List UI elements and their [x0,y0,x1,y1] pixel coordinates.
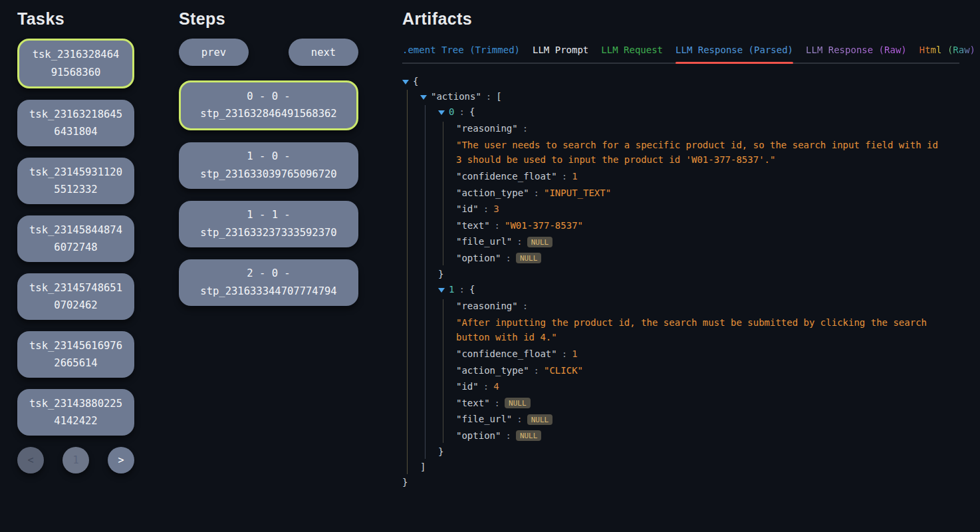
collapse-triangle-icon[interactable] [402,80,409,84]
tree-key: "option" [456,430,501,441]
tree-close-bracket: ] [420,462,426,472]
tree-colon: : [523,123,528,134]
step-button[interactable]: 1 - 0 - stp_231633039765096720 [179,142,358,189]
tree-node-line: "actions":[ [420,90,961,104]
tab-html-raw[interactable]: Html (Raw) [919,45,975,63]
tree-null-badge: NULL [505,398,531,408]
tree-colon: : [517,414,522,424]
task-button[interactable]: tsk_231458448746072748 [17,215,134,262]
tree-close-line: ] [420,460,961,474]
tree-null-badge: NULL [516,430,542,441]
tree-colon: : [483,381,489,392]
tree-colon: : [495,220,500,231]
tree-property-line: "option":NULL [456,251,961,265]
steps-title: Steps [179,9,358,29]
tree-property-line: "id":3 [456,202,961,216]
tree-colon: : [495,398,500,408]
steps-nav-row: prev next [179,39,358,66]
tree-children: "reasoning":"The user needs to search fo… [443,122,961,265]
tree-key: "id" [456,381,479,392]
tree-close-bracket: } [438,269,443,279]
tree-null-badge: NULL [527,237,553,247]
steps-panel: Steps prev next 0 - 0 - stp_231632846491… [179,0,358,318]
tree-children: 0:{"reasoning":"The user needs to search… [425,105,961,459]
tree-colon: : [505,253,511,263]
steps-next-button[interactable]: next [289,39,358,66]
tree-string-value: "INPUT_TEXT" [544,188,611,198]
tree-node-line: 0:{ [438,105,961,119]
tree-colon: : [534,188,539,198]
tree-close-line: } [402,475,961,489]
artifacts-panel: Artifacts .ement Tree (Trimmed)LLM Promp… [402,0,961,491]
tree-index: 0 [449,106,454,117]
tab-llm-response-parsed[interactable]: LLM Response (Parsed) [675,45,793,63]
tab-llm-prompt[interactable]: LLM Prompt [533,45,588,63]
tab-llm-response-raw[interactable]: LLM Response (Raw) [806,45,907,63]
tree-key: "action_type" [456,365,529,376]
collapse-triangle-icon[interactable] [438,288,445,293]
tree-property-line: "option":NULL [456,429,961,443]
task-list: tsk_231632846491568360tsk_23163218645643… [17,39,134,436]
step-button[interactable]: 2 - 0 - stp_231633344707774794 [179,259,358,306]
json-tree-viewer: {"actions":[0:{"reasoning":"The user nee… [402,74,961,489]
tree-property-line: "reasoning": [456,299,961,313]
tree-close-line: } [438,445,961,459]
tree-key: "reasoning" [456,301,518,311]
tree-key: "file_url" [456,236,512,247]
tree-null-badge: NULL [527,414,553,425]
tab-llm-request[interactable]: LLM Request [601,45,663,63]
task-button[interactable]: tsk_231632186456431804 [17,100,134,146]
tree-null-badge: NULL [516,253,542,263]
tree-number-value: 1 [572,171,577,182]
step-list: 0 - 0 - stp_2316328464915683621 - 0 - st… [179,80,358,306]
tree-colon: : [534,365,539,376]
tree-close-line: } [438,267,961,281]
tree-property-line: "file_url":NULL [456,412,961,426]
tree-open-bracket: { [469,284,475,295]
tree-key: "id" [456,203,479,214]
tree-key: "reasoning" [456,123,518,134]
tree-property-line: "reasoning": [456,122,961,136]
tree-node-line: { [402,74,961,88]
tree-number-value: 3 [493,203,499,214]
tree-key: "option" [456,253,501,263]
step-button[interactable]: 0 - 0 - stp_231632846491568362 [179,80,358,130]
tree-key: "file_url" [456,414,512,424]
tree-key: "action_type" [456,188,529,198]
tree-number-value: 4 [493,381,499,392]
collapse-triangle-icon[interactable] [420,95,427,100]
tree-children: "reasoning":"After inputting the product… [443,299,961,443]
tree-property-line: "confidence_float":1 [456,170,961,184]
pagination-prev-button[interactable]: < [17,447,44,473]
tree-string-value: "The user needs to search for a specific… [456,138,940,167]
tree-property-line: "action_type":"CLICK" [456,364,961,378]
tree-property-line: "file_url":NULL [456,235,961,249]
collapse-triangle-icon[interactable] [438,110,445,115]
tree-open-bracket: { [413,76,418,86]
tasks-panel: Tasks tsk_231632846491568360tsk_23163218… [17,0,134,473]
tab-ement-tree-trimmed[interactable]: .ement Tree (Trimmed) [402,45,520,63]
tree-key: "text" [456,220,490,231]
tree-string-value: "W01-377-8537" [505,220,583,231]
tree-property-line: "text":"W01-377-8537" [456,219,961,233]
tree-index: 1 [449,284,454,295]
pagination-page-button[interactable]: 1 [62,447,89,473]
task-button[interactable]: tsk_231459311205512332 [17,158,134,204]
tree-property-line: "text":NULL [456,396,961,410]
task-button[interactable]: tsk_231438802254142422 [17,389,134,436]
tasks-title: Tasks [17,9,134,29]
task-button[interactable]: tsk_231457486510702462 [17,273,134,320]
task-button[interactable]: tsk_231632846491568360 [17,39,134,88]
tree-number-value: 1 [572,348,577,359]
tree-key: "actions" [431,91,481,102]
tree-colon: : [459,106,464,117]
tree-property-line: "id":4 [456,380,961,394]
tree-key: "confidence_float" [456,171,557,182]
tree-colon: : [523,301,528,311]
tree-colon: : [459,284,464,295]
step-button[interactable]: 1 - 1 - stp_231633237333592370 [179,201,358,247]
steps-prev-button[interactable]: prev [179,39,249,66]
tree-close-bracket: } [402,477,408,487]
task-button[interactable]: tsk_231456169762665614 [17,331,134,378]
pagination-next-button[interactable]: > [108,447,134,473]
